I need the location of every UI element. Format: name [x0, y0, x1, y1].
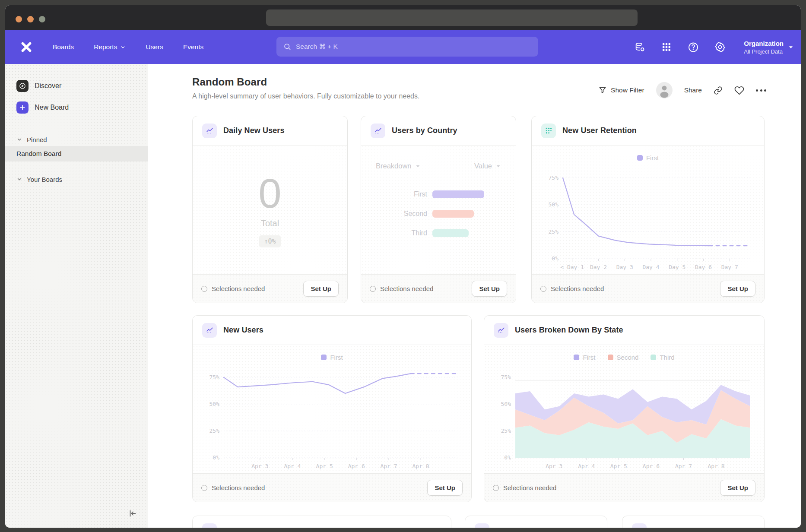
org-project: All Project Data	[744, 48, 784, 55]
svg-text:25%: 25%	[549, 228, 559, 235]
sidebar-item-new-board[interactable]: New Board	[5, 100, 148, 115]
chevron-down-icon	[788, 44, 794, 50]
sidebar-item-label: Discover	[35, 82, 61, 90]
card-title: Insights Report	[496, 526, 554, 528]
chevron-down-icon	[120, 44, 126, 50]
svg-text:50%: 50%	[501, 401, 511, 407]
nav-menu: Boards Reports Users Events	[53, 43, 203, 51]
show-filter-button[interactable]: Show Filter	[598, 86, 644, 95]
chevron-down-icon	[495, 163, 501, 169]
card-title: Users Broken Down By State	[515, 326, 623, 335]
nav-item-boards[interactable]: Boards	[53, 43, 74, 51]
sidebar-item-random-board[interactable]: Random Board	[5, 146, 148, 162]
radio-circle-icon	[201, 485, 207, 491]
org-switcher[interactable]: Organization All Project Data	[744, 39, 794, 54]
svg-text:50%: 50%	[549, 201, 559, 208]
search-input[interactable]: Search ⌘ + K	[276, 37, 538, 57]
sidebar-collapse-button[interactable]	[125, 507, 140, 520]
retention-line-chart: 75%50%25%0%< Day 1Day 2Day 3Day 4Day 5Da…	[539, 163, 756, 272]
window-close-button	[16, 16, 22, 22]
window-zoom-button	[39, 16, 45, 22]
card-title: Daily New Users	[223, 126, 285, 135]
sidebar-section-pinned[interactable]: Pinned	[5, 133, 148, 146]
data-management-icon[interactable]	[634, 41, 645, 53]
traffic-lights[interactable]	[16, 16, 45, 22]
plus-icon	[16, 101, 29, 114]
sidebar-section-your-boards[interactable]: Your Boards	[5, 173, 148, 186]
svg-text:Apr 7: Apr 7	[380, 463, 397, 469]
setup-button[interactable]: Set Up	[720, 281, 755, 297]
search-icon	[283, 43, 291, 51]
insights-chart-icon	[202, 523, 217, 528]
svg-text:Apr 6: Apr 6	[643, 463, 660, 469]
country-bars: FirstSecondThird	[361, 190, 516, 237]
legend-item: First	[321, 354, 343, 361]
svg-text:0%: 0%	[213, 454, 219, 461]
favorite-heart-button[interactable]	[734, 86, 744, 95]
settings-gear-icon[interactable]	[714, 41, 726, 53]
svg-text:Apr 8: Apr 8	[708, 463, 725, 469]
card-insights-report: Insights Report	[465, 516, 607, 528]
insights-chart-icon	[371, 124, 385, 138]
avatar[interactable]	[656, 82, 673, 98]
help-icon[interactable]	[688, 41, 699, 53]
svg-text:25%: 25%	[209, 428, 220, 434]
svg-text:Apr 5: Apr 5	[610, 463, 627, 469]
chevron-down-icon	[16, 176, 22, 182]
nav-item-events[interactable]: Events	[183, 43, 203, 51]
status-text: Selections needed	[201, 484, 265, 491]
app-window: Boards Reports Users Events Search ⌘ + K	[5, 5, 801, 528]
legend-item: First	[574, 354, 595, 361]
card-users-by-state: Users Broken Down By State FirstSecondTh…	[484, 315, 765, 502]
status-text: Selections needed	[493, 484, 556, 491]
card-users-by-country: Users by Country Breakdown Value FirstSe…	[361, 116, 516, 303]
svg-text:75%: 75%	[501, 374, 511, 380]
copy-link-button[interactable]	[714, 86, 723, 95]
svg-text:75%: 75%	[549, 174, 559, 181]
setup-button[interactable]: Set Up	[720, 480, 755, 496]
more-options-button[interactable]	[756, 89, 766, 92]
svg-text:Apr 4: Apr 4	[578, 463, 595, 469]
svg-text:Day 6: Day 6	[695, 264, 712, 270]
country-bar-row: Second	[361, 210, 516, 218]
chart-legend: FirstSecondThird	[492, 352, 756, 362]
mixpanel-logo-icon[interactable]	[20, 41, 33, 54]
window-minimize-button	[27, 16, 34, 22]
svg-text:Apr 7: Apr 7	[675, 463, 692, 469]
country-bar-row: First	[361, 190, 516, 198]
retention-grid-icon	[541, 124, 556, 138]
setup-button[interactable]: Set Up	[427, 480, 463, 496]
svg-text:0%: 0%	[504, 454, 511, 461]
metric-delta-badge: ↑0%	[259, 235, 280, 247]
chart-legend: First	[200, 352, 463, 362]
setup-button[interactable]: Set Up	[303, 281, 339, 297]
nav-item-users[interactable]: Users	[146, 43, 163, 51]
status-text: Selections needed	[540, 285, 604, 292]
insights-chart-icon	[494, 323, 508, 338]
radio-circle-icon	[540, 286, 546, 292]
nav-item-reports[interactable]: Reports	[94, 43, 126, 51]
card-title: Active Users	[653, 526, 701, 528]
breakdown-dropdown[interactable]: Breakdown	[376, 162, 421, 170]
radio-circle-icon	[370, 286, 376, 292]
url-bar[interactable]	[266, 10, 638, 26]
setup-button[interactable]: Set Up	[472, 281, 507, 297]
svg-text:50%: 50%	[209, 401, 220, 407]
card-title: New User Retention	[562, 126, 637, 135]
link-icon	[714, 86, 723, 95]
radio-circle-icon	[493, 485, 499, 491]
card-new-users: New Users First 75%50%25%0%Apr 3Apr 4Apr…	[192, 315, 472, 502]
stacked-area-chart: 75%50%25%0%Apr 3Apr 4Apr 5Apr 6Apr 7Apr …	[492, 362, 756, 472]
sidebar-item-discover[interactable]: Discover	[5, 79, 148, 93]
value-dropdown[interactable]: Value	[474, 162, 501, 170]
compass-icon	[16, 80, 29, 92]
svg-text:Apr 6: Apr 6	[348, 463, 365, 469]
insights-chart-icon	[632, 523, 647, 528]
svg-text:75%: 75%	[209, 374, 220, 380]
share-button[interactable]: Share	[684, 86, 702, 94]
new-users-line-chart: 75%50%25%0%Apr 3Apr 4Apr 5Apr 6Apr 7Apr …	[200, 362, 463, 472]
svg-text:0%: 0%	[552, 255, 558, 262]
card-active-users: Active Users	[622, 516, 765, 528]
legend-item: Second	[608, 354, 639, 361]
apps-grid-icon[interactable]	[661, 41, 672, 53]
